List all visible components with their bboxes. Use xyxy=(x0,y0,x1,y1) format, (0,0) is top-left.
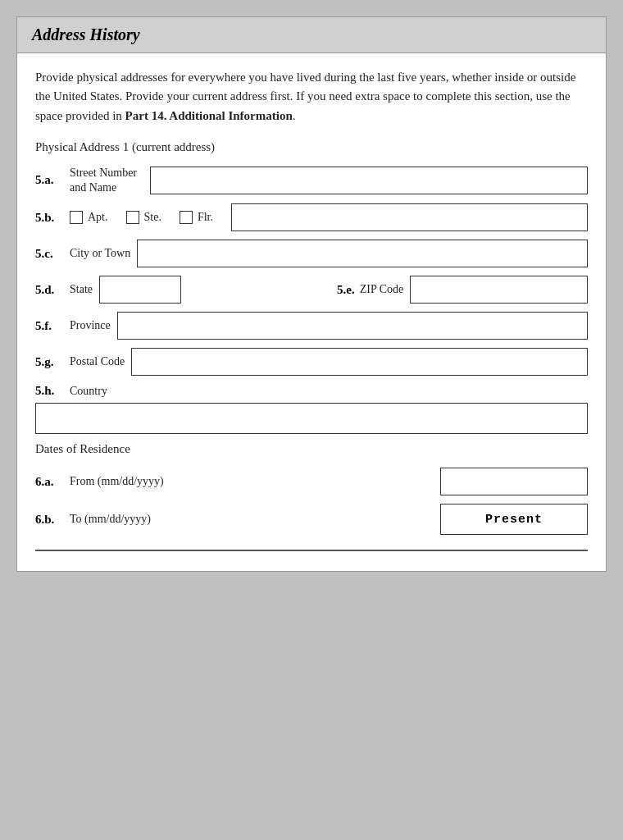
intro-bold: Part 14. Additional Information xyxy=(125,109,293,122)
apt-checkbox[interactable] xyxy=(70,211,83,224)
to-date-present-box[interactable]: Present xyxy=(440,504,588,535)
flr-checkbox[interactable] xyxy=(180,211,193,224)
apt-checkbox-group: Apt. xyxy=(70,211,118,224)
section-title: Address History xyxy=(32,25,591,44)
flr-checkbox-group: Flr. xyxy=(180,211,223,224)
province-input[interactable] xyxy=(117,312,588,340)
field-5a-number: 5.a. xyxy=(35,173,70,187)
form-page: Address History Provide physical address… xyxy=(16,16,607,572)
postal-code-input[interactable] xyxy=(131,348,588,376)
field-5g-label: Postal Code xyxy=(70,355,125,368)
field-5h-label-row: 5.h. Country xyxy=(35,384,114,398)
zip-code-input[interactable] xyxy=(410,276,588,304)
state-section: State xyxy=(70,276,321,304)
field-5g-number: 5.g. xyxy=(35,355,70,369)
field-5d-number: 5.d. xyxy=(35,283,70,297)
bottom-divider xyxy=(35,550,588,551)
field-5h-number: 5.h. xyxy=(35,384,70,398)
field-6b-label-area: 6.b. To (mm/dd/yyyy) xyxy=(35,513,440,527)
ste-checkbox-group: Ste. xyxy=(126,211,171,224)
apt-label: Apt. xyxy=(88,211,108,224)
field-6b-number: 6.b. xyxy=(35,513,70,527)
field-5h-label: Country xyxy=(70,385,107,398)
intro-period: . xyxy=(293,109,296,122)
field-5f-row: 5.f. Province xyxy=(35,312,588,340)
field-6b-row: 6.b. To (mm/dd/yyyy) Present xyxy=(35,504,588,535)
field-5c-label: City or Town xyxy=(70,247,130,260)
field-6a-label-area: 6.a. From (mm/dd/yyyy) xyxy=(35,475,440,489)
ste-label: Ste. xyxy=(144,211,161,224)
field-5f-label: Province xyxy=(70,319,111,332)
street-number-name-input[interactable] xyxy=(150,167,588,194)
field-5b-number: 5.b. xyxy=(35,211,70,225)
apt-ste-flr-number-input[interactable] xyxy=(231,203,588,231)
intro-text-main: Provide physical addresses for everywher… xyxy=(35,71,575,122)
state-input[interactable] xyxy=(99,276,181,304)
zip-section: 5.e. ZIP Code xyxy=(337,276,588,304)
ste-checkbox[interactable] xyxy=(126,211,139,224)
field-6a-number: 6.a. xyxy=(35,475,70,489)
field-5e-number: 5.e. xyxy=(337,283,355,297)
field-5a-label: Street Number and Name xyxy=(70,166,143,195)
from-date-input[interactable] xyxy=(440,468,588,495)
field-5d-5e-row: 5.d. State 5.e. ZIP Code xyxy=(35,276,588,304)
field-5e-label: ZIP Code xyxy=(360,283,404,296)
field-6a-label: From (mm/dd/yyyy) xyxy=(70,475,164,488)
field-5b-row: 5.b. Apt. Ste. Flr. xyxy=(35,203,588,231)
city-town-input[interactable] xyxy=(137,240,588,267)
present-label: Present xyxy=(485,513,543,527)
subsection-label: Physical Address 1 (current address) xyxy=(35,140,588,154)
country-input[interactable] xyxy=(35,403,588,434)
field-5d-label: State xyxy=(70,283,93,296)
field-6b-label: To (mm/dd/yyyy) xyxy=(70,513,151,526)
field-5c-number: 5.c. xyxy=(35,247,70,261)
dates-section-label: Dates of Residence xyxy=(35,442,588,456)
field-6a-row: 6.a. From (mm/dd/yyyy) xyxy=(35,468,588,495)
section-body: Provide physical addresses for everywher… xyxy=(17,53,606,571)
field-5c-row: 5.c. City or Town xyxy=(35,240,588,267)
field-5g-row: 5.g. Postal Code xyxy=(35,348,588,376)
flr-label: Flr. xyxy=(198,211,213,224)
field-5f-number: 5.f. xyxy=(35,319,70,333)
field-5h-row: 5.h. Country xyxy=(35,384,588,434)
field-5a-row: 5.a. Street Number and Name xyxy=(35,166,588,195)
intro-paragraph: Provide physical addresses for everywher… xyxy=(35,68,588,126)
section-header: Address History xyxy=(17,17,606,53)
